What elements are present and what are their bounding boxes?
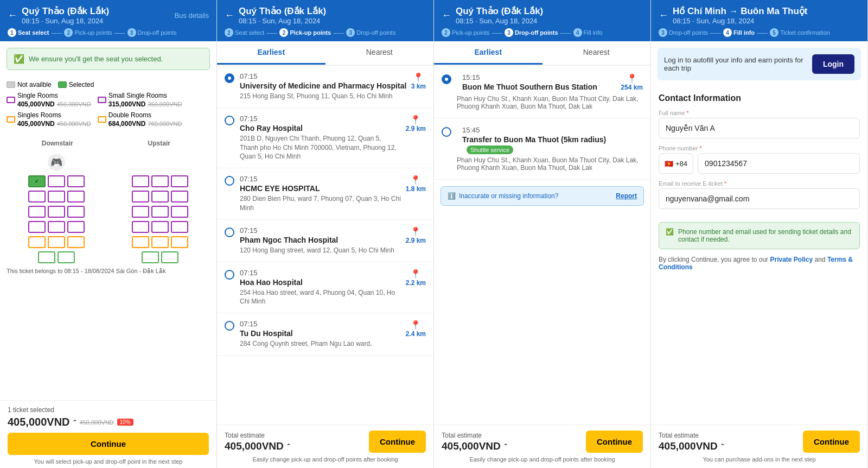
pickup-radio-2[interactable] xyxy=(225,176,234,186)
step-p3-fill: 4 Fill info xyxy=(573,28,603,37)
footer-note-p1: You will select pick-up and drop-off poi… xyxy=(8,458,209,465)
seat-U-B3[interactable] xyxy=(171,191,188,203)
pickup-radio-1[interactable] xyxy=(225,116,234,125)
continue-button-p4[interactable]: Continue xyxy=(803,431,860,453)
pickup-item-2[interactable]: 07:15 HCMC EYE HOSPITAL 280 Dien Bien Ph… xyxy=(217,168,433,220)
seat-U-A1[interactable] xyxy=(132,175,149,187)
seat-row-u3 xyxy=(111,206,210,218)
seat-row-u1 xyxy=(111,175,210,187)
seat-U-C1[interactable] xyxy=(132,206,149,218)
pickup-radio-0[interactable] xyxy=(225,73,234,83)
login-section: Log in to autofill your info and earn po… xyxy=(658,48,861,80)
tab-earliest-p3[interactable]: Earliest xyxy=(434,41,542,65)
total-amount-p4: 405,000VND xyxy=(659,440,718,452)
dropoff-item-1[interactable]: 15:45 Transfer to Buon Ma Thuot (5km rad… xyxy=(434,118,650,180)
seat-C2[interactable] xyxy=(48,206,65,218)
seat-E3[interactable] xyxy=(67,236,85,248)
seat-B2[interactable] xyxy=(48,191,65,203)
dropoff-radio-1[interactable] xyxy=(442,127,451,137)
seat-U-F1[interactable] xyxy=(142,251,159,263)
seat-U-E1[interactable] xyxy=(132,236,149,248)
seat-U-E3[interactable] xyxy=(171,236,188,248)
location-icon-2: 📍 xyxy=(410,175,421,185)
report-link[interactable]: Report xyxy=(616,192,637,200)
seat-F2[interactable] xyxy=(58,251,75,263)
pickup-item-3[interactable]: 07:15 Pham Ngoc Thach Hospital 120 Hong … xyxy=(217,220,433,262)
bus-details-link[interactable]: Bus details xyxy=(174,11,209,20)
login-button[interactable]: Login xyxy=(812,54,854,74)
fullname-input[interactable] xyxy=(659,118,860,138)
pickup-item-5[interactable]: 07:15 Tu Du Hospital 284 Cong Quynh stre… xyxy=(217,313,433,356)
ticker-text: This ticket belongs to 08:15 - 18/08/202… xyxy=(7,268,210,275)
total-label-p4: Total estimate xyxy=(659,432,797,439)
seat-C3[interactable] xyxy=(67,206,85,218)
seat-U-E2[interactable] xyxy=(151,236,169,248)
fullname-field: Full name * xyxy=(659,110,860,138)
seat-U-B1[interactable] xyxy=(132,191,149,203)
dropoff-radio-0[interactable] xyxy=(442,74,451,84)
seat-A2[interactable] xyxy=(48,175,65,187)
continue-button-p2[interactable]: Continue xyxy=(369,431,426,453)
step-p2-pickup: 2 Pick-up points xyxy=(279,28,331,37)
pickup-address-1: 201B D. Nguyen Chi Thanh, Phuong 12, Qua… xyxy=(240,134,401,161)
tab-earliest-p2[interactable]: Earliest xyxy=(217,41,326,65)
seat-U-D2[interactable] xyxy=(151,221,169,233)
pickup-radio-3[interactable] xyxy=(225,227,234,237)
pickup-time-1: 07:15 xyxy=(240,115,401,123)
seat-D3[interactable] xyxy=(67,221,85,233)
pickup-radio-5[interactable] xyxy=(225,321,234,331)
seat-A3[interactable] xyxy=(67,175,85,187)
continue-button-p3[interactable]: Continue xyxy=(586,431,643,453)
selected-box xyxy=(58,81,67,88)
pickup-radio-4[interactable] xyxy=(225,270,234,280)
pickup-item-4[interactable]: 07:15 Hoa Hao Hospital 254 Hoa Hao stree… xyxy=(217,262,433,314)
tab-nearest-p3[interactable]: Nearest xyxy=(542,41,651,65)
pickup-time-3: 07:15 xyxy=(240,226,401,235)
email-input[interactable] xyxy=(659,188,860,209)
panel2-title: Quý Thảo (Đắk Lắk) xyxy=(239,5,326,17)
seat-U-F2[interactable] xyxy=(161,251,178,263)
private-policy-link[interactable]: Private Policy xyxy=(770,256,813,263)
back-arrow-p3-icon[interactable]: ← xyxy=(442,10,451,21)
footer-total-p3: Total estimate 405,000VND ⌃ xyxy=(442,432,580,452)
seat-E2[interactable] xyxy=(48,236,65,248)
back-arrow-icon[interactable]: ← xyxy=(8,10,17,21)
seat-F1[interactable] xyxy=(38,251,55,263)
pickup-name-1: Cho Ray Hospital xyxy=(240,124,401,132)
seat-U-A2[interactable] xyxy=(151,175,169,187)
seat-U-C2[interactable] xyxy=(151,206,169,218)
back-arrow-p4-icon[interactable]: ← xyxy=(659,10,668,21)
seat-B3[interactable] xyxy=(67,191,85,203)
steps-bar-p2: 2 Seat select —— 2 Pick-up points —— 3 D… xyxy=(225,28,426,37)
pickup-dist-0: 📍 3 km xyxy=(411,72,426,90)
panel3-subtitle: 08:15 · Sun, Aug 18, 2024 xyxy=(456,17,543,25)
pickup-dist-1: 📍 2.9 km xyxy=(406,115,426,132)
panel1-subtitle: 08:15 · Sun, Aug 18, 2024 xyxy=(22,17,109,25)
seat-A1[interactable]: ✓ xyxy=(28,175,46,187)
panel4-header: ← Hồ Chí Minh → Buôn Ma Thuột 08:15 · Su… xyxy=(651,0,867,41)
pickup-item-0[interactable]: 07:15 University of Medicine and Pharmac… xyxy=(217,66,433,108)
seat-D2[interactable] xyxy=(48,221,65,233)
single-box xyxy=(7,97,15,103)
back-arrow-p2-icon[interactable]: ← xyxy=(225,10,234,21)
phone-country-select[interactable]: 🇻🇳 +84 xyxy=(659,153,693,174)
pickup-address-2: 280 Dien Bien Phu, ward 7, Phuong 07, Qu… xyxy=(240,194,401,213)
location-icon-3: 📍 xyxy=(410,226,421,237)
pickup-item-1[interactable]: 07:15 Cho Ray Hospital 201B D. Nguyen Ch… xyxy=(217,108,433,168)
seat-U-D3[interactable] xyxy=(171,221,188,233)
continue-button-p1[interactable]: Continue xyxy=(8,433,209,455)
phone-input[interactable] xyxy=(698,153,860,174)
seat-U-D1[interactable] xyxy=(132,221,149,233)
seat-B1[interactable] xyxy=(28,191,46,203)
tab-nearest-p2[interactable]: Nearest xyxy=(326,41,434,65)
seat-U-C3[interactable] xyxy=(171,206,188,218)
seat-D1[interactable] xyxy=(28,221,46,233)
dropoff-dist-0: 📍 254 km xyxy=(621,73,643,91)
phone-row: 🇻🇳 +84 xyxy=(659,153,860,174)
seat-U-A3[interactable] xyxy=(171,175,188,187)
policy-text: By clicking Continue, you agree to our P… xyxy=(651,256,867,271)
dropoff-item-0[interactable]: 15:15 Buon Me Thuot Southern Bus Station… xyxy=(434,66,650,118)
seat-C1[interactable] xyxy=(28,206,46,218)
seat-U-B2[interactable] xyxy=(151,191,169,203)
seat-E1[interactable] xyxy=(28,236,46,248)
